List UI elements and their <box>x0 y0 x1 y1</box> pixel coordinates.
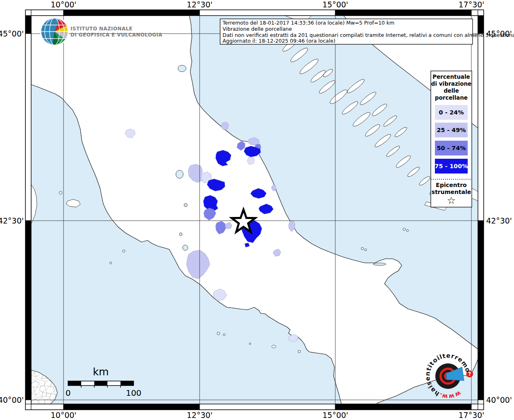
legend-epicenter-line-2: strumentale <box>432 189 471 195</box>
legend-epicenter-line-1: Epicentro <box>436 182 467 188</box>
scale-max-label: 100 <box>126 388 141 398</box>
info-line-4: Aggiornato il: 18-12-2025 09:46 (ora loc… <box>223 38 335 44</box>
info-box: Terremoto del 18-01-2017 14:33:36 (ora l… <box>220 19 514 44</box>
scale-min-label: 0 <box>66 388 71 398</box>
lon-label-top-3: 17°30' <box>458 0 484 9</box>
legend: Percentuale di vibrazione delle porcella… <box>431 71 472 207</box>
lon-label-bottom-2: 15°00' <box>322 411 348 420</box>
lat-label-left-1: 42°30' <box>0 216 24 225</box>
legend-label-3: 75 - 100% <box>434 163 468 169</box>
info-line-2: Vibrazione delle porcellane <box>223 26 292 32</box>
scale-unit-label: km <box>93 366 109 378</box>
lon-label-bottom-1: 12°30' <box>186 411 212 420</box>
info-line-1: Terremoto del 18-01-2017 14:33:36 (ora l… <box>222 20 394 26</box>
lat-label-right-1: 42°30' <box>486 216 512 225</box>
lon-label-top-0: 10°00' <box>50 0 76 9</box>
legend-title-line-3: delle <box>443 87 459 94</box>
lat-label-right-2: 40°00' <box>486 395 512 404</box>
legend-title-line-1: Percentuale <box>432 73 470 80</box>
ingv-name-line-1: ISTITUTO NAZIONALE <box>71 26 132 32</box>
lon-label-top-1: 12°30' <box>186 0 212 9</box>
legend-label-1: 25 - 49% <box>437 127 466 133</box>
ingv-name-line-2: DI GEOFISICA E VULCANOLOGIA <box>71 32 162 38</box>
lat-label-left-0: 45°00' <box>0 29 24 38</box>
info-line-3: Dati non verificati estratti da 201 ques… <box>223 32 514 38</box>
legend-title-line-4: porcellane <box>435 94 468 101</box>
legend-label-2: 50 - 74% <box>437 145 466 151</box>
legend-star-icon: ☆ <box>447 195 456 206</box>
lon-label-bottom-0: 10°00' <box>50 411 76 420</box>
map-canvas: 10°00' 12°30' 15°00' 17°30' 10°00' 12°30… <box>0 0 514 420</box>
legend-title-line-2: di vibrazione <box>431 80 471 87</box>
legend-label-0: 0 - 24% <box>439 109 464 116</box>
lon-label-top-2: 15°00' <box>322 0 348 9</box>
lon-label-bottom-3: 17°30' <box>458 411 484 420</box>
lat-label-left-2: 40°00' <box>0 395 24 404</box>
